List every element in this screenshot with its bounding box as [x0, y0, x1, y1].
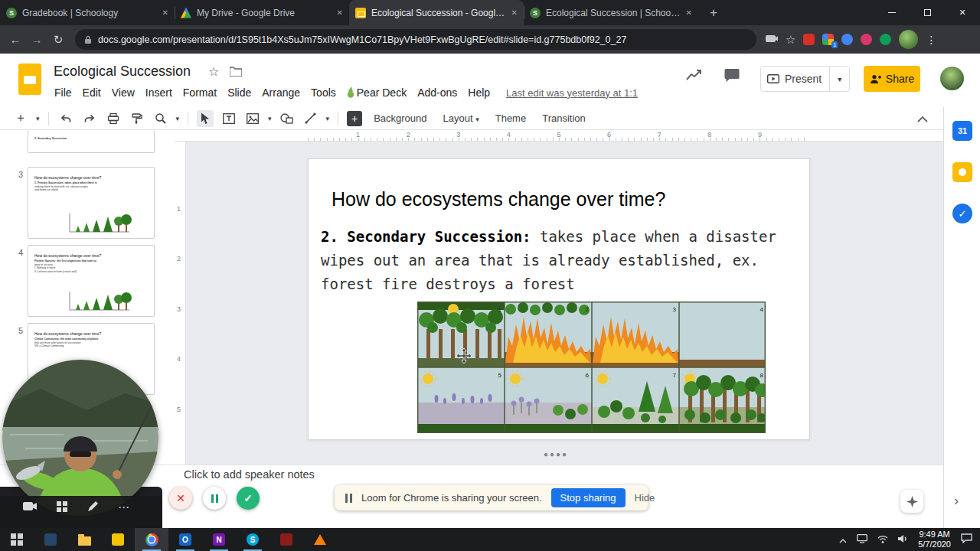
text-box-icon[interactable] [220, 110, 237, 127]
transition-button[interactable]: Transition [537, 110, 590, 126]
undo-icon[interactable] [57, 110, 74, 127]
menu-add-ons[interactable]: Add-ons [412, 84, 462, 101]
loom-cancel-button[interactable]: ✕ [169, 487, 192, 510]
menu-edit[interactable]: Edit [77, 84, 106, 101]
succession-image[interactable]: 1 2 3 4 5 6 7 8 [417, 302, 766, 433]
line-dropdown[interactable]: ▾ [326, 115, 330, 122]
network-tray-icon[interactable] [877, 533, 888, 546]
calendar-icon[interactable]: 31 [952, 121, 972, 141]
notes-resize-handle[interactable]: ●●●● [544, 450, 568, 458]
tab-gradebook[interactable]: S Gradebook | Schoology ✕ [0, 0, 175, 25]
tasks-icon[interactable]: ✓ [952, 204, 972, 223]
hidden-icons-chevron[interactable] [839, 533, 847, 546]
menu-tools[interactable]: Tools [305, 84, 341, 101]
extension-icon-grid[interactable]: 1 [822, 34, 834, 45]
last-edit-link[interactable]: Last edit was yesterday at 1:1 [506, 87, 638, 99]
menu-view[interactable]: View [106, 84, 140, 101]
print-icon[interactable] [105, 110, 122, 127]
chrome-taskbar-icon[interactable] [135, 528, 168, 551]
action-center-icon[interactable] [961, 533, 972, 546]
slide-thumbnail-4[interactable]: How do ecosystems change over time? Pion… [28, 245, 155, 317]
extension-icon-pink[interactable] [861, 34, 872, 45]
stop-sharing-button[interactable]: Stop sharing [551, 488, 626, 507]
camera-icon[interactable] [23, 501, 37, 513]
insert-image-icon[interactable] [244, 110, 261, 127]
start-button[interactable] [0, 528, 34, 551]
file-explorer-icon[interactable] [67, 528, 101, 551]
layout-button[interactable]: Layout ▾ [439, 110, 484, 126]
explore-button[interactable] [900, 490, 923, 513]
star-document-icon[interactable]: ☆ [208, 64, 219, 79]
slide-canvas[interactable]: How do ecosystems change over time? 2. S… [308, 158, 810, 440]
share-button[interactable]: Share [864, 66, 920, 92]
refresh-icon[interactable]: ↻ [47, 33, 69, 47]
taskbar-app-yellow[interactable] [101, 528, 135, 551]
slides-logo[interactable] [18, 64, 41, 95]
select-tool-icon[interactable] [197, 110, 214, 127]
image-dropdown[interactable]: ▾ [268, 115, 272, 122]
webcam-bubble[interactable] [2, 360, 158, 516]
new-slide-dropdown[interactable]: ▾ [36, 115, 40, 122]
new-tab-button[interactable]: + [703, 2, 724, 24]
slide-title[interactable]: How do ecosystems change over time? [332, 188, 665, 210]
slide-thumbnail-partial[interactable]: 2. Secondary Succession [28, 130, 155, 153]
redo-icon[interactable] [81, 110, 98, 127]
outlook-taskbar-icon[interactable]: O [168, 528, 202, 551]
tab-close-icon[interactable]: ✕ [686, 8, 692, 17]
zoom-dropdown[interactable]: ▾ [176, 115, 180, 122]
volume-tray-icon[interactable] [898, 533, 908, 546]
vlc-taskbar-icon[interactable] [303, 528, 337, 551]
display-tray-icon[interactable] [857, 533, 867, 546]
taskbar-app-blue[interactable] [34, 528, 67, 551]
onenote-taskbar-icon[interactable]: N [202, 528, 236, 551]
background-button[interactable]: Background [369, 110, 431, 126]
back-icon[interactable]: ← [5, 33, 26, 46]
tab-drive[interactable]: My Drive - Google Drive ✕ [175, 0, 349, 25]
menu-slide[interactable]: Slide [222, 84, 256, 101]
tab-close-icon[interactable]: ✕ [511, 8, 518, 17]
grid-icon[interactable] [57, 501, 67, 514]
keep-icon[interactable] [952, 162, 972, 182]
browser-profile-avatar[interactable] [899, 30, 918, 49]
comment-icon[interactable] [724, 68, 740, 83]
extension-icon-red[interactable] [803, 34, 815, 45]
loom-pause-button[interactable] [203, 487, 226, 510]
speaker-notes-placeholder[interactable]: Click to add speaker notes [184, 468, 315, 481]
loom-finish-button[interactable]: ✓ [237, 487, 260, 510]
tab-slides-active[interactable]: Ecological Succession - Google S ✕ [349, 0, 524, 25]
extension-icon-blue[interactable] [841, 34, 853, 45]
menu-help[interactable]: Help [462, 84, 495, 101]
hide-sharing-bar-link[interactable]: Hide [635, 492, 655, 504]
tab-close-icon[interactable]: ✕ [162, 8, 168, 17]
extension-icon-green[interactable] [880, 34, 891, 45]
present-button[interactable]: Present ▾ [760, 66, 850, 92]
bookmark-star-icon[interactable]: ☆ [786, 33, 795, 47]
media-indicator-icon[interactable] [766, 34, 778, 44]
menu-insert[interactable]: Insert [140, 84, 178, 101]
more-options-icon[interactable]: ⋯ [118, 501, 129, 513]
browser-menu-icon[interactable]: ⋮ [926, 34, 936, 46]
minimize-button[interactable] [874, 0, 910, 25]
document-title[interactable]: Ecological Succession [54, 64, 191, 80]
menu-format[interactable]: Format [178, 84, 222, 101]
tab-schoology[interactable]: S Ecological Succession | Schoolog ✕ [524, 0, 698, 25]
close-button[interactable]: ✕ [945, 0, 980, 25]
account-avatar[interactable] [940, 67, 964, 90]
taskbar-app-red[interactable] [270, 528, 303, 551]
menu-file[interactable]: File [49, 84, 77, 101]
collapse-panel-icon[interactable]: › [954, 493, 959, 509]
present-dropdown[interactable]: ▾ [829, 67, 849, 91]
maximize-button[interactable] [910, 0, 945, 25]
move-folder-icon[interactable] [230, 67, 242, 77]
paint-format-icon[interactable] [129, 110, 145, 127]
forward-icon[interactable]: → [26, 33, 47, 46]
pear-deck-add-button[interactable]: + [347, 111, 362, 126]
shape-icon[interactable] [279, 110, 296, 127]
slide-thumbnail-3[interactable]: How do ecosystems change over time? 1. P… [28, 167, 155, 239]
theme-button[interactable]: Theme [491, 110, 531, 126]
new-slide-button[interactable]: ＋ [12, 110, 29, 127]
zoom-icon[interactable] [152, 110, 169, 127]
address-bar[interactable]: docs.google.com/presentation/d/1S95t1b4X… [75, 29, 756, 50]
pencil-icon[interactable] [87, 501, 98, 514]
menu-arrange[interactable]: Arrange [256, 84, 305, 101]
